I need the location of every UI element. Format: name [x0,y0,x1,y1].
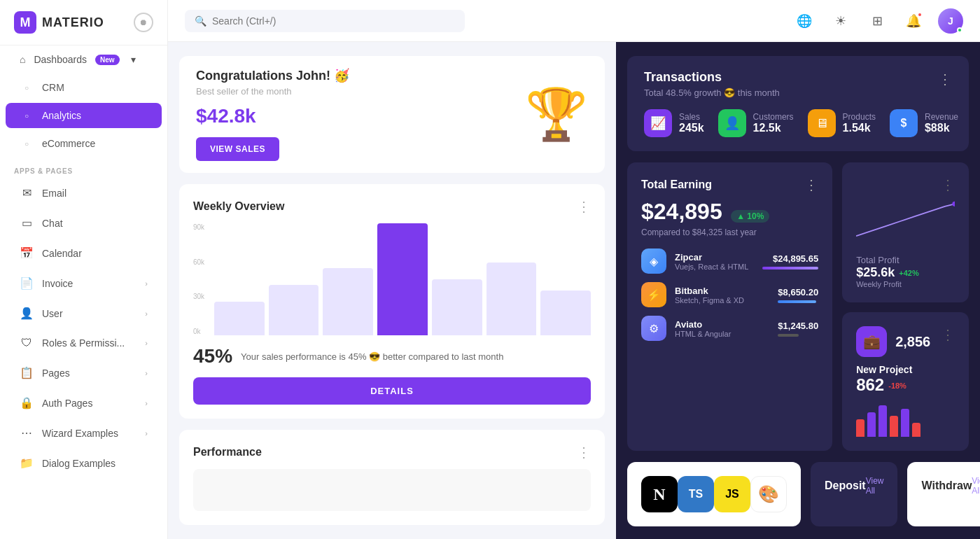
deposit-view-all[interactable]: View All [866,476,884,496]
earning-row: Total Earning ⋮ $24,895 ▲ 10% Compared t… [627,162,969,451]
search-bar[interactable]: 🔍 [185,10,465,32]
weekly-chart: 90k 60k 30k 0k [193,223,591,335]
chevron-right-icon6: › [145,429,148,438]
earning-amount-row: $24,895 ▲ 10% [641,199,818,225]
profit-menu-button[interactable]: ⋮ [941,176,955,193]
sidebar-item-email[interactable]: ✉ Email [6,179,162,206]
crm-label: CRM [42,82,148,93]
weekly-title: Weekly Overview [193,200,284,213]
earning-title: Total Earning [641,178,712,191]
search-input[interactable] [212,15,455,27]
avatar[interactable]: J [938,8,963,34]
transactions-stats: 📈 Sales 245k 👤 Customers 12.5k [644,109,952,137]
online-status-dot [957,27,962,33]
congrats-info: Congratulations John! 🥳 Best seller of t… [196,68,349,161]
project-header: 💼 2,856 ⋮ [856,326,955,357]
profit-chart [856,193,955,249]
total-earning-card: Total Earning ⋮ $24,895 ▲ 10% Compared t… [627,162,832,451]
sidebar-item-calendar[interactable]: 📅 Calendar [6,239,162,267]
sidebar-item-invoice[interactable]: 📄 Invoice › [6,270,162,297]
stat-sales: 📈 Sales 245k [644,109,704,137]
trans-item-bitbank: ⚡ Bitbank Sketch, Figma & XD $8,650.20 [641,282,818,307]
trophy-icon: 🏆 [525,85,588,144]
earning-growth-badge: ▲ 10% [731,210,769,223]
translate-icon: 🌐 [797,13,812,29]
bitbank-logo: ⚡ [641,282,666,307]
view-sales-button[interactable]: VIEW SALES [196,137,279,161]
profit-label: Total Profit [856,255,955,265]
typescript-logo: TS [678,476,714,512]
chart-y-labels: 90k 60k 30k 0k [193,223,204,335]
record-icon[interactable]: ⏺ [134,13,153,32]
header: 🔍 🌐 ☀ ⊞ 🔔 J [168,0,980,42]
email-label: Email [42,188,148,199]
analytics-label: Analytics [42,110,148,121]
project-header-value: 2,856 [895,334,930,350]
sidebar-item-wizard[interactable]: ⋯ Wizard Examples › [6,419,162,447]
performance-card: Performance ⋮ [179,430,605,525]
dialog-icon: 📁 [20,456,34,470]
bar-item [323,268,373,335]
main-area: 🔍 🌐 ☀ ⊞ 🔔 J [168,0,980,539]
header-icons: 🌐 ☀ ⊞ 🔔 J [792,8,963,34]
revenue-label: Revenue [925,112,958,122]
trans-item-zipcar: ◈ Zipcar Vuejs, React & HTML $24,895.65 [641,248,818,274]
congrats-card: Congratulations John! 🥳 Best seller of t… [179,56,605,173]
transactions-menu-button[interactable]: ⋮ [938,71,952,88]
details-button[interactable]: DETAILS [193,377,591,405]
roles-label: Roles & Permissi... [42,337,136,349]
translate-button[interactable]: 🌐 [792,9,816,33]
grid-button[interactable]: ⊞ [865,9,889,33]
bitbank-name: Bitbank [675,286,769,296]
right-col-cards: ⋮ Total Profit $25.6k + [842,162,969,451]
performance-menu-button[interactable]: ⋮ [577,444,591,461]
project-left: 💼 2,856 [856,326,930,357]
mini-bar-item [867,412,876,437]
weekly-menu-button[interactable]: ⋮ [577,198,591,215]
mini-bar-item [912,423,920,437]
sidebar-item-crm[interactable]: ○ CRM [6,75,162,100]
trans-item-aviato: ⚙ Aviato HTML & Angular $1,245.80 [641,316,818,341]
y-label-60k: 60k [193,258,204,266]
sidebar-item-user[interactable]: 👤 User › [6,300,162,327]
content-area: Congratulations John! 🥳 Best seller of t… [168,42,980,539]
theme-button[interactable]: ☀ [829,9,853,33]
sidebar: M MATERIO ⏺ ⌂ Dashboards New ▾ ○ CRM ○ A… [0,0,168,539]
sidebar-item-dashboards[interactable]: ⌂ Dashboards New ▾ [6,47,162,72]
sidebar-item-auth[interactable]: 🔒 Auth Pages › [6,389,162,416]
new-project-card: 💼 2,856 ⋮ New Project 862 -18% [842,312,969,451]
customers-info: Customers 12.5k [753,112,794,134]
sidebar-item-pages[interactable]: 📋 Pages › [6,359,162,386]
calendar-icon: 📅 [20,246,34,260]
chevron-right-icon5: › [145,399,148,407]
tech-logos-card: N TS JS 🎨 [627,462,801,526]
earning-menu-button[interactable]: ⋮ [804,176,818,193]
withdraw-view-all[interactable]: View All [972,476,980,496]
bitbank-info: Bitbank Sketch, Figma & XD [675,286,769,304]
project-value: 862 [856,375,884,395]
sidebar-item-dialog[interactable]: 📁 Dialog Examples [6,449,162,477]
project-mini-bars [856,402,955,437]
customers-label: Customers [753,112,794,122]
zipcar-amount-col: $24,895.65 [762,253,818,270]
wizard-icon: ⋯ [20,426,34,440]
sidebar-item-roles[interactable]: 🛡 Roles & Permissi... › [6,330,162,356]
chat-icon: ▭ [20,216,34,230]
pages-label: Pages [42,368,136,379]
transaction-list: ◈ Zipcar Vuejs, React & HTML $24,895.65 [641,248,818,341]
profit-header: ⋮ [856,176,955,193]
project-menu-button[interactable]: ⋮ [941,326,955,343]
weekly-footer: 45% Your sales performance is 45% 😎 bett… [193,345,591,368]
chevron-right-icon4: › [145,369,148,377]
notification-button[interactable]: 🔔 [902,9,925,33]
sidebar-item-chat[interactable]: ▭ Chat [6,209,162,237]
sidebar-item-ecommerce[interactable]: ○ eCommerce [6,131,162,156]
profit-subtitle: Weekly Profit [856,280,955,288]
dialog-label: Dialog Examples [42,458,148,469]
sidebar-item-analytics[interactable]: ○ Analytics [6,103,162,128]
invoice-label: Invoice [42,278,136,289]
bar-item [377,223,428,335]
weekly-percentage: 45% [193,345,232,368]
figma-logo: 🎨 [750,476,787,512]
profit-value: $25.6k [856,265,895,280]
